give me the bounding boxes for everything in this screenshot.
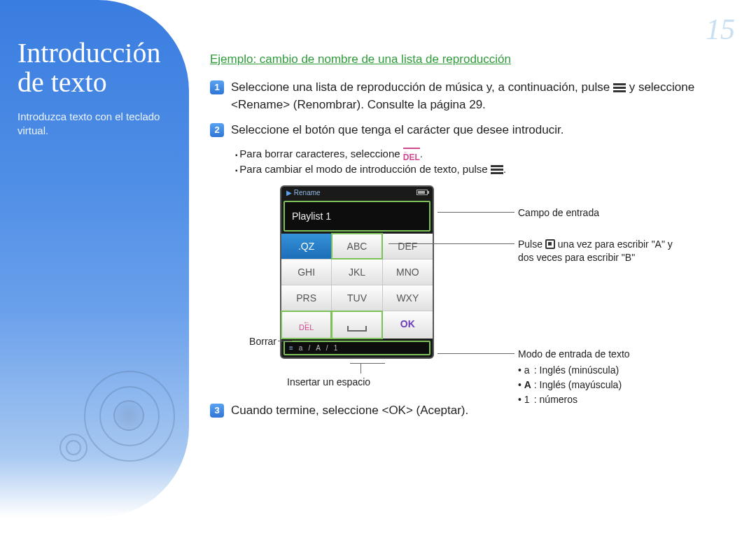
sidebar-subtitle: Introduzca texto con el teclado virtual. [18, 110, 169, 138]
key-ghi[interactable]: GHI [281, 260, 331, 285]
main-content: Ejemplo: cambio de nombre de una lista d… [210, 52, 735, 428]
step-badge-3: 3 [210, 404, 224, 418]
key-jkl[interactable]: JKL [332, 260, 382, 285]
menu-icon [613, 83, 626, 93]
callout-mode: Modo de entrada de texto a: Inglés (minú… [518, 348, 700, 408]
mode-bar: ≡ a/A/1 [284, 341, 430, 355]
key-abc[interactable]: ABC [332, 234, 382, 259]
key-prs[interactable]: PRS [281, 285, 331, 311]
callout-input-field: Campo de entrada [518, 206, 599, 220]
step-3-text: Cuando termine, seleccione <OK> (Aceptar… [231, 402, 468, 420]
step-badge-1: 1 [210, 80, 224, 94]
step-1-text-a: Seleccione una lista de reproducción de … [231, 80, 610, 94]
bullet-mode: Para cambiar el modo de introducción de … [235, 163, 735, 175]
keyboard-diagram: ▶ Rename Playlist 1 .QZ ABC DEF GHI JKL … [266, 185, 700, 388]
key-del[interactable]: DEL [281, 311, 331, 339]
phone-mockup: ▶ Rename Playlist 1 .QZ ABC DEF GHI JKL … [280, 185, 434, 359]
bullet-delete: Para borrar caracteres, seleccione DEL. [235, 148, 735, 162]
key-space[interactable] [332, 311, 382, 339]
phone-title: Rename [294, 189, 321, 197]
page-number: 15 [706, 13, 735, 46]
del-icon: DEL [403, 148, 420, 162]
center-button-icon [545, 239, 555, 249]
decorative-circles [49, 350, 189, 490]
key-ok[interactable]: OK [383, 311, 433, 339]
battery-icon [416, 190, 428, 195]
step-1: 1 Seleccione una lista de reproducción d… [210, 79, 735, 113]
step-2: 2 Seleccione el botón que tenga el carác… [210, 122, 735, 139]
key-tuv[interactable]: TUV [332, 285, 382, 311]
sidebar-title: Introducción de texto [18, 38, 169, 97]
mode-menu-icon: ≡ [289, 344, 293, 352]
callout-space: Insertar un espacio [287, 376, 385, 389]
menu-icon [491, 165, 503, 175]
callout-delete: Borrar [238, 335, 276, 348]
sidebar: Introducción de texto Introduzca texto c… [0, 0, 189, 518]
mode-uppercase-icon: A [524, 378, 534, 392]
play-icon: ▶ [286, 189, 292, 197]
step-2-text: Seleccione el botón que tenga el carácte… [231, 122, 564, 139]
key-wxy[interactable]: WXY [383, 285, 433, 311]
mode-lowercase-icon: a [524, 364, 534, 377]
key-def[interactable]: DEF [383, 234, 433, 259]
key-qz[interactable]: .QZ [281, 234, 331, 259]
callout-abc-key: Pulse una vez para escribir "A" y dos ve… [518, 238, 679, 264]
step-badge-2: 2 [210, 123, 224, 137]
input-field[interactable]: Playlist 1 [284, 201, 430, 232]
mode-number-icon: 1 [524, 393, 534, 406]
key-mno[interactable]: MNO [383, 260, 433, 285]
example-heading: Ejemplo: cambio de nombre de una lista d… [210, 52, 735, 66]
